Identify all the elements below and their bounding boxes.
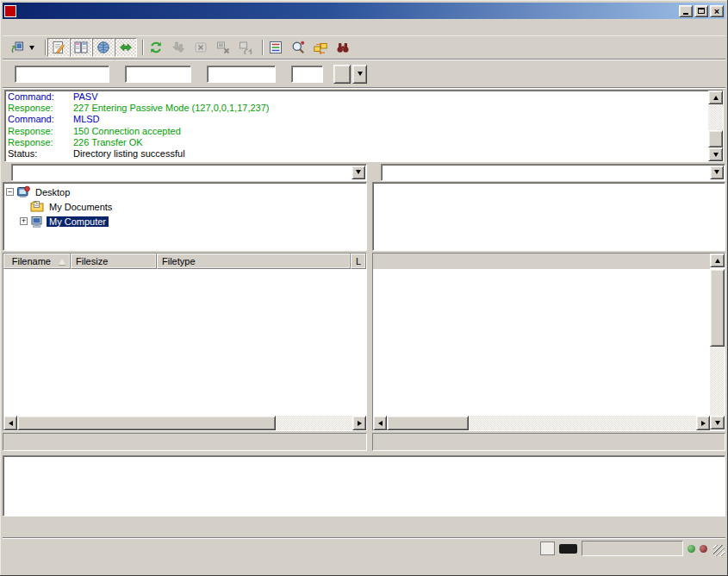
- cancel-icon: [194, 41, 208, 54]
- arrow-right-icon: [701, 421, 706, 426]
- remote-status: [372, 433, 725, 451]
- column-header[interactable]: Filetype: [157, 254, 351, 269]
- log-line: Response:226 Transfer OK: [8, 137, 706, 148]
- local-tree: − Desktop My Documents + My Computer: [3, 182, 367, 251]
- tree-expander[interactable]: −: [6, 188, 14, 196]
- scroll-up-button[interactable]: [710, 254, 725, 267]
- quickconnect-bar: [3, 60, 725, 87]
- menu-item[interactable]: [4, 25, 18, 30]
- local-horizontal-scrollbar[interactable]: [3, 416, 366, 430]
- column-header[interactable]: Filename: [3, 254, 71, 269]
- remote-site-bar: [372, 163, 725, 181]
- minimize-button[interactable]: [679, 5, 693, 17]
- toolbar-separator: [257, 38, 264, 57]
- titlebar[interactable]: ×: [3, 3, 725, 19]
- arrow-left-icon: [378, 421, 383, 426]
- scroll-down-button[interactable]: [708, 147, 723, 161]
- column-header[interactable]: L: [351, 254, 366, 269]
- process-queue-button[interactable]: [167, 38, 190, 57]
- transfer-type-icon: [540, 542, 555, 555]
- disconnect-button[interactable]: [212, 38, 234, 57]
- menubar: [3, 19, 725, 36]
- port-input[interactable]: [291, 66, 323, 83]
- sync-browse-button[interactable]: [309, 38, 332, 57]
- log-line: Command:MLSD: [8, 114, 706, 125]
- log-lines: Command:PASVResponse:227 Entering Passiv…: [5, 91, 708, 161]
- tree-expander[interactable]: +: [20, 217, 28, 225]
- view-log-button[interactable]: [47, 38, 70, 57]
- column-header[interactable]: Filesize: [71, 254, 157, 269]
- view-local-tree-icon: [74, 41, 88, 54]
- view-local-tree-button[interactable]: [70, 38, 92, 57]
- refresh-button[interactable]: [145, 38, 167, 57]
- queue-status: [582, 541, 683, 556]
- menu-item[interactable]: [32, 25, 46, 30]
- scroll-right-button[interactable]: [696, 416, 710, 430]
- reconnect-button[interactable]: [234, 38, 257, 57]
- maximize-button[interactable]: [694, 5, 708, 17]
- process-queue-icon: [171, 41, 185, 54]
- menu-item[interactable]: [87, 25, 101, 30]
- menu-item[interactable]: [59, 25, 73, 30]
- log-line: Response:150 Connection accepted: [8, 126, 706, 137]
- filter-button[interactable]: [264, 38, 287, 57]
- menu-item[interactable]: [46, 25, 59, 30]
- sort-asc-icon: [59, 259, 65, 265]
- view-queue-icon: [119, 41, 133, 54]
- username-input[interactable]: [125, 66, 191, 83]
- combo-dropdown-button[interactable]: [352, 166, 365, 179]
- combo-dropdown-button[interactable]: [710, 166, 724, 179]
- message-log: Command:PASVResponse:227 Entering Passiv…: [4, 90, 724, 162]
- local-list-header: FilenameFilesizeFiletypeL: [3, 254, 366, 269]
- remote-list-body: [373, 269, 710, 416]
- local-list-body: [3, 269, 366, 416]
- scroll-down-button[interactable]: [710, 416, 725, 429]
- host-input[interactable]: [15, 66, 109, 83]
- scroll-up-button[interactable]: [708, 91, 723, 104]
- scroll-left-button[interactable]: [3, 416, 17, 430]
- close-button[interactable]: ×: [710, 5, 724, 17]
- quickconnect-button[interactable]: [333, 65, 351, 84]
- scrollbar-thumb[interactable]: [708, 130, 723, 147]
- desktop-icon: [16, 185, 30, 199]
- tree-item[interactable]: + My Computer: [3, 214, 366, 229]
- quickconnect-dropdown-button[interactable]: [352, 65, 367, 84]
- arrow-down-icon: [713, 153, 719, 157]
- scrollbar-thumb[interactable]: [710, 269, 725, 347]
- scrollbar-thumb[interactable]: [387, 416, 469, 430]
- menu-item[interactable]: [73, 25, 87, 30]
- tree-item[interactable]: My Documents: [3, 199, 366, 214]
- cancel-button[interactable]: [190, 38, 212, 57]
- remote-horizontal-scrollbar[interactable]: [373, 416, 710, 430]
- remote-site-combo[interactable]: [381, 164, 725, 181]
- chevron-down-icon: [714, 170, 719, 174]
- password-input[interactable]: [207, 66, 276, 83]
- compare-directories-button[interactable]: [332, 38, 354, 57]
- scroll-right-button[interactable]: [352, 416, 366, 430]
- chevron-down-icon: [358, 72, 363, 76]
- site-manager-icon: [10, 41, 24, 54]
- led-red-icon: [700, 545, 707, 553]
- menu-item[interactable]: [18, 25, 32, 30]
- resize-grip[interactable]: [713, 545, 725, 556]
- arrow-down-icon: [715, 421, 720, 425]
- speed-limit-icon: [559, 544, 577, 554]
- app-logo-icon: [4, 5, 16, 17]
- tree-item[interactable]: − Desktop: [3, 185, 366, 199]
- refresh-icon: [149, 41, 163, 54]
- remote-vertical-scrollbar[interactable]: [710, 269, 725, 416]
- scrollbar-thumb[interactable]: [17, 416, 276, 430]
- site-manager-button[interactable]: [5, 38, 40, 57]
- disconnect-icon: [216, 41, 230, 54]
- toolbar-separator: [137, 38, 145, 57]
- scroll-left-button[interactable]: [373, 416, 387, 430]
- remote-file-list: [372, 253, 725, 431]
- view-queue-button[interactable]: [115, 38, 137, 57]
- file-search-button[interactable]: [287, 38, 309, 57]
- local-site-combo[interactable]: [11, 164, 367, 181]
- divider: [3, 87, 725, 89]
- log-scrollbar[interactable]: [708, 91, 723, 161]
- tree-panes: − Desktop My Documents + My Computer: [3, 163, 725, 451]
- view-remote-tree-button[interactable]: [92, 38, 115, 57]
- remote-pane: [372, 163, 725, 451]
